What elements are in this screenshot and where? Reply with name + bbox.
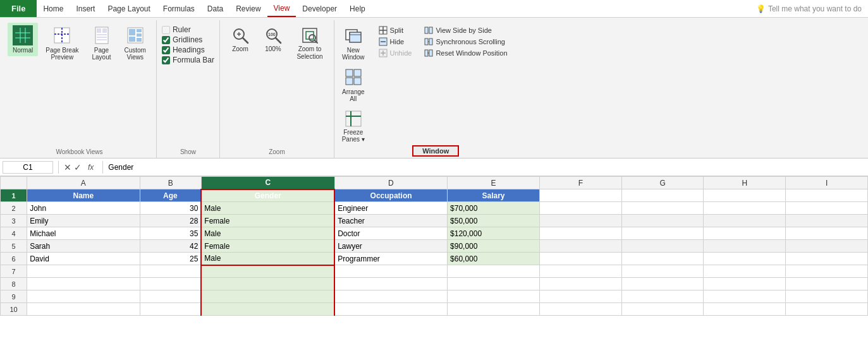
cell-g7[interactable] (621, 265, 704, 278)
cell-b10[interactable] (140, 303, 201, 316)
cell-i6[interactable] (786, 253, 868, 265)
cell-e4[interactable]: $120,000 (448, 227, 540, 240)
cell-h2[interactable] (704, 202, 786, 215)
cell-i10[interactable] (786, 303, 868, 316)
headings-checkbox[interactable] (162, 46, 170, 54)
view-side-by-side-button[interactable]: View Side by Side (420, 25, 534, 35)
ruler-checkbox-label[interactable]: Ruler (162, 25, 214, 34)
custom-views-button[interactable]: CustomViews (119, 23, 151, 63)
headings-checkbox-label[interactable]: Headings (162, 45, 214, 54)
menu-review[interactable]: Review (229, 0, 267, 17)
cell-a10[interactable] (27, 303, 140, 316)
cell-g9[interactable] (621, 290, 704, 303)
cell-c1[interactable]: Gender (201, 189, 334, 202)
cell-h1[interactable] (704, 189, 786, 202)
cell-d2[interactable]: Engineer (334, 202, 447, 215)
unhide-button[interactable]: Unhide (375, 48, 416, 58)
cell-b9[interactable] (140, 290, 201, 303)
formula-bar-checkbox-label[interactable]: Formula Bar (162, 56, 214, 64)
cell-i9[interactable] (786, 290, 868, 303)
menu-data[interactable]: Data (201, 0, 229, 17)
col-header-f[interactable]: F (540, 177, 622, 189)
cell-f6[interactable] (540, 253, 622, 265)
cell-h7[interactable] (704, 265, 786, 278)
cell-i2[interactable] (786, 202, 868, 215)
row-num-6[interactable]: 6 (1, 253, 27, 265)
cell-a8[interactable] (27, 278, 140, 290)
cell-d4[interactable]: Doctor (334, 227, 447, 240)
col-header-i[interactable]: I (786, 177, 868, 189)
cancel-formula-icon[interactable]: ✕ (64, 162, 71, 172)
cell-e3[interactable]: $50,000 (448, 215, 540, 227)
cell-h8[interactable] (704, 278, 786, 290)
row-num-8[interactable]: 8 (1, 278, 27, 290)
gridlines-checkbox-label[interactable]: Gridlines (162, 35, 214, 44)
cell-i4[interactable] (786, 227, 868, 240)
cell-g4[interactable] (621, 227, 704, 240)
cell-d7[interactable] (334, 265, 447, 278)
cell-d1[interactable]: Occupation (334, 189, 447, 202)
cell-g6[interactable] (621, 253, 704, 265)
cell-h9[interactable] (704, 290, 786, 303)
cell-c2[interactable]: Male (201, 202, 334, 215)
cell-e6[interactable]: $60,000 (448, 253, 540, 265)
cell-c5[interactable]: Female (201, 240, 334, 253)
cell-b8[interactable] (140, 278, 201, 290)
cell-d8[interactable] (334, 278, 447, 290)
cell-i8[interactable] (786, 278, 868, 290)
cell-e8[interactable] (448, 278, 540, 290)
cell-h10[interactable] (704, 303, 786, 316)
cell-g10[interactable] (621, 303, 704, 316)
row-num-2[interactable]: 2 (1, 202, 27, 215)
cell-a7[interactable] (27, 265, 140, 278)
zoom-100-button[interactable]: 100 100% (258, 23, 288, 55)
cell-reference-box[interactable] (3, 161, 53, 174)
row-num-5[interactable]: 5 (1, 240, 27, 253)
cell-e10[interactable] (448, 303, 540, 316)
confirm-formula-icon[interactable]: ✓ (74, 162, 82, 172)
cell-f7[interactable] (540, 265, 622, 278)
cell-i3[interactable] (786, 215, 868, 227)
cell-b1[interactable]: Age (140, 189, 201, 202)
cell-c4[interactable]: Male (201, 227, 334, 240)
cell-a3[interactable]: Emily (27, 215, 140, 227)
col-header-b[interactable]: B (140, 177, 201, 189)
cell-c10[interactable] (201, 303, 334, 316)
cell-f10[interactable] (540, 303, 622, 316)
cell-c3[interactable]: Female (201, 215, 334, 227)
menu-view[interactable]: View (267, 0, 296, 17)
hide-button[interactable]: Hide (375, 37, 416, 47)
arrange-all-button[interactable]: ArrangeAll (337, 64, 370, 105)
cell-h6[interactable] (704, 253, 786, 265)
col-header-h[interactable]: H (704, 177, 786, 189)
menu-help[interactable]: Help (343, 0, 372, 17)
new-window-button[interactable]: NewWindow (337, 23, 370, 63)
row-num-7[interactable]: 7 (1, 265, 27, 278)
cell-f2[interactable] (540, 202, 622, 215)
cell-i7[interactable] (786, 265, 868, 278)
cell-g8[interactable] (621, 278, 704, 290)
cell-b4[interactable]: 35 (140, 227, 201, 240)
col-header-g[interactable]: G (621, 177, 704, 189)
cell-d9[interactable] (334, 290, 447, 303)
cell-b2[interactable]: 30 (140, 202, 201, 215)
cell-i5[interactable] (786, 240, 868, 253)
menu-home[interactable]: Home (37, 0, 70, 17)
menu-formulas[interactable]: Formulas (157, 0, 201, 17)
cell-a9[interactable] (27, 290, 140, 303)
menu-insert[interactable]: Insert (70, 0, 101, 17)
cell-e7[interactable] (448, 265, 540, 278)
cell-d5[interactable]: Lawyer (334, 240, 447, 253)
fx-icon[interactable]: fx (88, 163, 94, 172)
gridlines-checkbox[interactable] (162, 36, 170, 44)
cell-a1[interactable]: Name (27, 189, 140, 202)
col-header-c[interactable]: C (201, 177, 334, 189)
cell-c7[interactable] (201, 265, 334, 278)
corner-header[interactable] (1, 177, 27, 189)
file-menu-button[interactable]: File (0, 0, 37, 17)
cell-g3[interactable] (621, 215, 704, 227)
tell-me-input[interactable]: Tell me what you want to do (768, 4, 862, 13)
page-break-button[interactable]: Page BreakPreview (40, 23, 83, 63)
row-num-1[interactable]: 1 (1, 189, 27, 202)
cell-b7[interactable] (140, 265, 201, 278)
